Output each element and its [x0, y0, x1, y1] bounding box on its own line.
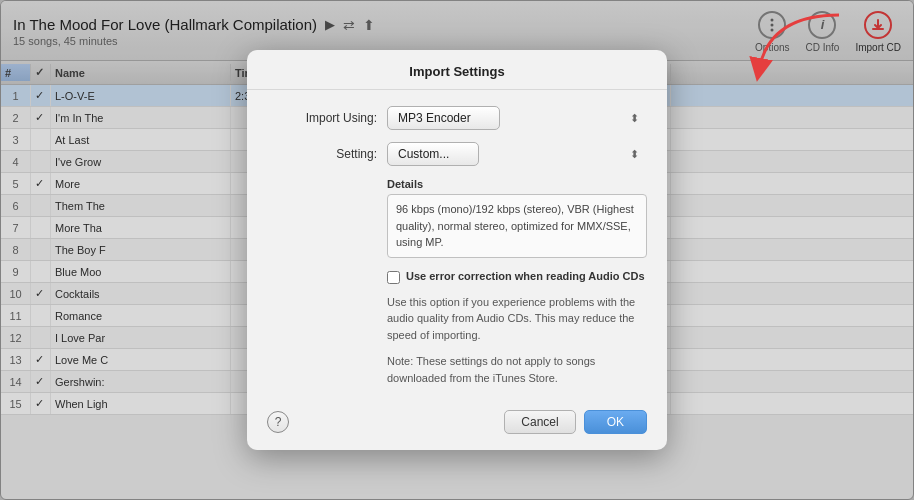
modal-footer: ? Cancel OK [247, 402, 667, 434]
import-using-select[interactable]: MP3 Encoder [387, 106, 500, 130]
itunes-window: In The Mood For Love (Hallmark Compilati… [0, 0, 914, 500]
setting-select[interactable]: Custom... [387, 142, 479, 166]
note-text: Note: These settings do not apply to son… [387, 353, 647, 386]
import-using-label: Import Using: [267, 111, 377, 125]
details-section: Details 96 kbps (mono)/192 kbps (stereo)… [387, 178, 647, 258]
error-correction-row: Use error correction when reading Audio … [387, 270, 647, 284]
error-correction-checkbox[interactable] [387, 271, 400, 284]
modal-body: Import Using: MP3 Encoder Setting: Custo… [247, 90, 667, 402]
error-correction-desc: Use this option if you experience proble… [387, 294, 647, 344]
details-box: 96 kbps (mono)/192 kbps (stereo), VBR (H… [387, 194, 647, 258]
modal-title: Import Settings [247, 50, 667, 90]
cancel-button[interactable]: Cancel [504, 410, 575, 434]
import-using-row: Import Using: MP3 Encoder [267, 106, 647, 130]
setting-row: Setting: Custom... [267, 142, 647, 166]
error-correction-label: Use error correction when reading Audio … [406, 270, 645, 282]
ok-button[interactable]: OK [584, 410, 647, 434]
setting-select-wrapper[interactable]: Custom... [387, 142, 647, 166]
modal-overlay: Import Settings Import Using: MP3 Encode… [0, 0, 914, 500]
help-button[interactable]: ? [267, 411, 289, 433]
import-settings-modal: Import Settings Import Using: MP3 Encode… [247, 50, 667, 450]
red-arrow [739, 5, 859, 95]
import-using-select-wrapper[interactable]: MP3 Encoder [387, 106, 647, 130]
setting-label: Setting: [267, 147, 377, 161]
footer-buttons: Cancel OK [504, 410, 647, 434]
details-label: Details [387, 178, 647, 190]
